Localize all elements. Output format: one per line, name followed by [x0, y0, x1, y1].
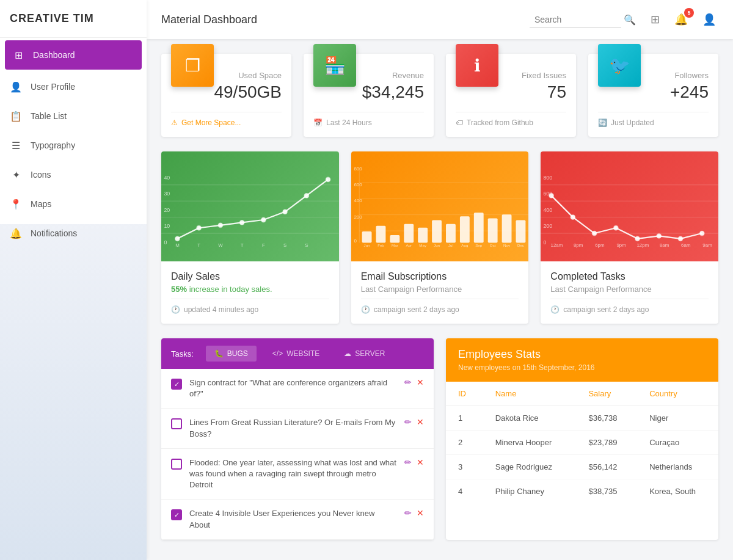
svg-text:Jul: Jul: [448, 244, 453, 248]
svg-text:Oct: Oct: [490, 244, 496, 248]
task-delete-3[interactable]: ✕: [417, 457, 424, 467]
nav-icon-maps: 📍: [10, 198, 22, 210]
line-chart-daily-sales: 40 30 20 10 0 MTWTFSS: [161, 151, 339, 261]
footer-text-fixed-issues: Tracked from Github: [467, 118, 533, 127]
notifications-icon-button[interactable]: 🔔 5: [672, 10, 690, 29]
svg-point-15: [304, 194, 308, 198]
stat-card-icon-fixed-issues: ℹ: [456, 44, 498, 87]
svg-text:May: May: [419, 244, 427, 248]
line-chart-completed-tasks: 800 600 400 200 0 12am8pm6pm9pm12pm8am6a…: [541, 151, 718, 261]
svg-text:Nov: Nov: [503, 244, 511, 248]
tasks-header: Tasks: 🐛 BUGS </> WEBSITE ☁ SERVER: [161, 338, 434, 369]
svg-rect-38: [418, 228, 428, 243]
bugs-tab-label: BUGS: [227, 349, 248, 358]
header: Material Dashboard 🔍 ⊞ 🔔 5 👤: [147, 0, 733, 39]
nav-label-typography: Typography: [31, 140, 75, 150]
task-checkbox-2[interactable]: [171, 418, 182, 429]
chart-body-completed-tasks: Completed Tasks Last Campaign Performanc…: [541, 261, 718, 324]
svg-text:12pm: 12pm: [637, 242, 649, 248]
sidebar-item-table-list[interactable]: 📋 Table List: [0, 101, 147, 131]
chart-cards-grid: 40 30 20 10 0 MTWTFSS Daily Sales 55% in…: [161, 151, 718, 324]
sidebar-item-typography[interactable]: ☰ Typography: [0, 131, 147, 160]
sidebar-item-icons[interactable]: ✦ Icons: [0, 160, 147, 189]
svg-point-14: [283, 209, 287, 214]
task-text-2: Lines From Great Russian Literature? Or …: [189, 417, 397, 439]
svg-text:6pm: 6pm: [596, 242, 605, 248]
svg-point-13: [261, 217, 266, 222]
footer-icon-revenue: 📅: [313, 118, 323, 127]
stat-card-fixed-issues: ℹ Fixed Issues 75 🏷 Tracked from Github: [446, 54, 576, 137]
footer-icon-followers: 🔄: [598, 118, 607, 127]
task-edit-1[interactable]: ✏: [404, 377, 412, 387]
svg-text:Feb: Feb: [377, 244, 384, 248]
task-delete-4[interactable]: ✕: [417, 508, 424, 518]
task-checkbox-1[interactable]: [171, 379, 182, 390]
stat-card-footer-fixed-issues: 🏷 Tracked from Github: [456, 112, 566, 127]
task-edit-2[interactable]: ✏: [404, 417, 412, 427]
sidebar-item-dashboard[interactable]: ⊞ Dashboard: [5, 40, 142, 70]
employees-table-head: IDNameSalaryCountry: [446, 382, 718, 406]
tasks-tab-bugs[interactable]: 🐛 BUGS: [206, 346, 257, 362]
grid-icon-button[interactable]: ⊞: [648, 10, 662, 29]
chart-footer-text-email-subscriptions: campaign sent 2 days ago: [374, 305, 459, 314]
task-item: Create 4 Invisible User Experiences you …: [161, 500, 434, 539]
stat-card-icon-followers: 🐦: [598, 44, 641, 87]
tasks-tab-server[interactable]: ☁ SERVER: [335, 346, 393, 362]
user-icon-button[interactable]: 👤: [700, 10, 718, 29]
sidebar-item-user-profile[interactable]: 👤 User Profile: [0, 72, 147, 101]
svg-text:T: T: [241, 242, 244, 248]
search-input[interactable]: [530, 12, 621, 27]
stat-card-icon-revenue: 🏪: [313, 44, 356, 87]
svg-text:S: S: [305, 242, 308, 248]
svg-point-10: [197, 226, 201, 230]
svg-point-71: [635, 236, 640, 241]
task-checkbox-4[interactable]: [171, 509, 182, 520]
sidebar-item-notifications[interactable]: 🔔 Notifications: [0, 219, 147, 248]
footer-text-used-space[interactable]: Get More Space...: [181, 118, 241, 127]
task-text-3: Flooded: One year later, assessing what …: [189, 457, 397, 491]
nav-label-dashboard: Dashboard: [33, 50, 75, 60]
task-edit-3[interactable]: ✏: [404, 457, 412, 467]
task-delete-2[interactable]: ✕: [417, 417, 424, 427]
chart-subtitle-email-subscriptions: Last Campaign Performance: [361, 285, 519, 294]
svg-text:F: F: [262, 242, 265, 248]
svg-point-72: [657, 234, 662, 238]
svg-text:Aug: Aug: [461, 244, 469, 248]
svg-text:M: M: [175, 242, 180, 248]
chart-footer-text-completed-tasks: campaign sent 2 days ago: [563, 305, 649, 314]
nav-label-user-profile: User Profile: [31, 82, 75, 92]
employee-name: Minerva Hooper: [483, 431, 577, 455]
stat-card-icon-used-space: ❐: [171, 44, 214, 87]
nav-icon-icons: ✦: [10, 169, 22, 181]
task-item: Flooded: One year later, assessing what …: [161, 449, 434, 500]
task-checkbox-3[interactable]: [171, 459, 182, 470]
chart-header-completed-tasks: 800 600 400 200 0 12am8pm6pm9pm12pm8am6a…: [541, 151, 718, 261]
table-row: 1Dakota Rice$36,738Niger: [446, 406, 718, 431]
tasks-tab-website[interactable]: </> WEBSITE: [264, 346, 328, 362]
svg-text:600: 600: [354, 182, 362, 187]
employee-country: Niger: [637, 406, 718, 431]
svg-text:Jun: Jun: [434, 244, 440, 248]
task-delete-1[interactable]: ✕: [417, 377, 424, 387]
notification-badge: 5: [684, 8, 694, 18]
stat-cards-grid: ❐ Used Space 49/50GB ⚠ Get More Space...…: [161, 54, 718, 137]
header-title: Material Dashboard: [161, 13, 530, 26]
table-row: 4Philip Chaney$38,735Korea, South: [446, 479, 718, 504]
svg-text:8am: 8am: [660, 242, 669, 248]
task-edit-4[interactable]: ✏: [404, 508, 412, 518]
svg-text:Dec: Dec: [517, 244, 524, 248]
content-area: ❐ Used Space 49/50GB ⚠ Get More Space...…: [147, 39, 733, 555]
tasks-label: Tasks:: [171, 349, 194, 358]
employees-subtitle: New employees on 15th September, 2016: [458, 363, 706, 372]
employees-title: Employees Stats: [458, 348, 706, 361]
svg-text:400: 400: [354, 198, 362, 203]
employee-id: 4: [446, 479, 483, 504]
user-icon: 👤: [702, 13, 716, 26]
employees-col-salary: Salary: [576, 382, 637, 406]
search-button[interactable]: 🔍: [621, 12, 638, 28]
svg-rect-37: [404, 224, 414, 243]
employees-header: Employees Stats New employees on 15th Se…: [446, 338, 718, 382]
sidebar-item-maps[interactable]: 📍 Maps: [0, 189, 147, 219]
table-row: 3Sage Rodriguez$56,142Netherlands: [446, 455, 718, 479]
chart-footer-email-subscriptions: 🕐 campaign sent 2 days ago: [361, 299, 519, 314]
